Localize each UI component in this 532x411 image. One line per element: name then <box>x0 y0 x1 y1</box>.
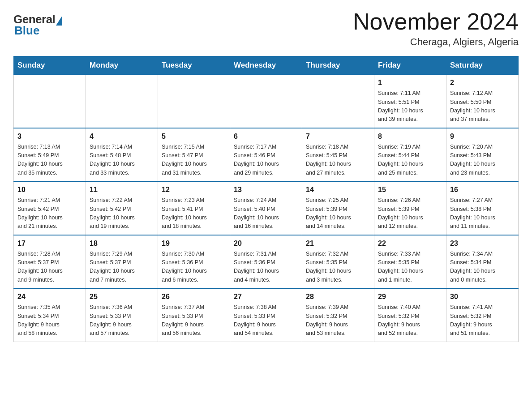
day-number: 4 <box>90 131 154 142</box>
header-sunday: Sunday <box>14 56 86 75</box>
table-row: 29Sunrise: 7:40 AM Sunset: 5:32 PM Dayli… <box>374 288 446 342</box>
day-info: Sunrise: 7:31 AM Sunset: 5:36 PM Dayligh… <box>234 250 298 285</box>
day-number: 22 <box>378 238 442 249</box>
table-row: 6Sunrise: 7:17 AM Sunset: 5:46 PM Daylig… <box>230 128 302 182</box>
day-info: Sunrise: 7:15 AM Sunset: 5:47 PM Dayligh… <box>162 143 226 178</box>
day-number: 29 <box>378 291 442 302</box>
day-info: Sunrise: 7:37 AM Sunset: 5:33 PM Dayligh… <box>162 303 226 338</box>
day-info: Sunrise: 7:21 AM Sunset: 5:42 PM Dayligh… <box>17 196 82 231</box>
day-number: 24 <box>17 291 82 302</box>
calendar-table: Sunday Monday Tuesday Wednesday Thursday… <box>13 56 519 342</box>
day-number: 2 <box>450 77 515 88</box>
calendar-subtitle: Cheraga, Algiers, Algeria <box>353 36 519 48</box>
day-info: Sunrise: 7:38 AM Sunset: 5:33 PM Dayligh… <box>234 303 298 338</box>
day-info: Sunrise: 7:25 AM Sunset: 5:39 PM Dayligh… <box>306 196 370 231</box>
table-row: 19Sunrise: 7:30 AM Sunset: 5:36 PM Dayli… <box>158 235 230 289</box>
calendar-title: November 2024 <box>353 9 519 34</box>
day-info: Sunrise: 7:24 AM Sunset: 5:40 PM Dayligh… <box>234 196 298 231</box>
table-row: 1Sunrise: 7:11 AM Sunset: 5:51 PM Daylig… <box>374 75 446 128</box>
table-row: 12Sunrise: 7:23 AM Sunset: 5:41 PM Dayli… <box>158 181 230 235</box>
day-number: 16 <box>450 184 515 195</box>
day-info: Sunrise: 7:11 AM Sunset: 5:51 PM Dayligh… <box>378 89 442 124</box>
day-number: 23 <box>450 238 515 249</box>
day-info: Sunrise: 7:20 AM Sunset: 5:43 PM Dayligh… <box>450 143 515 178</box>
day-info: Sunrise: 7:28 AM Sunset: 5:37 PM Dayligh… <box>17 250 82 285</box>
calendar-week-row: 24Sunrise: 7:35 AM Sunset: 5:34 PM Dayli… <box>14 288 519 342</box>
day-info: Sunrise: 7:12 AM Sunset: 5:50 PM Dayligh… <box>450 89 515 124</box>
page-header: General Blue November 2024 Cheraga, Algi… <box>13 9 519 48</box>
day-number: 27 <box>234 291 298 302</box>
day-info: Sunrise: 7:30 AM Sunset: 5:36 PM Dayligh… <box>162 250 226 285</box>
day-info: Sunrise: 7:19 AM Sunset: 5:44 PM Dayligh… <box>378 143 442 178</box>
table-row <box>158 75 230 128</box>
day-info: Sunrise: 7:17 AM Sunset: 5:46 PM Dayligh… <box>234 143 298 178</box>
day-info: Sunrise: 7:34 AM Sunset: 5:34 PM Dayligh… <box>450 250 515 285</box>
day-number: 17 <box>17 238 82 249</box>
table-row: 5Sunrise: 7:15 AM Sunset: 5:47 PM Daylig… <box>158 128 230 182</box>
day-info: Sunrise: 7:26 AM Sunset: 5:39 PM Dayligh… <box>378 196 442 231</box>
day-info: Sunrise: 7:13 AM Sunset: 5:49 PM Dayligh… <box>17 143 82 178</box>
day-number: 13 <box>234 184 298 195</box>
table-row: 25Sunrise: 7:36 AM Sunset: 5:33 PM Dayli… <box>86 288 158 342</box>
table-row: 15Sunrise: 7:26 AM Sunset: 5:39 PM Dayli… <box>374 181 446 235</box>
day-info: Sunrise: 7:23 AM Sunset: 5:41 PM Dayligh… <box>162 196 226 231</box>
day-info: Sunrise: 7:36 AM Sunset: 5:33 PM Dayligh… <box>90 303 154 338</box>
logo: General Blue <box>13 9 62 38</box>
table-row: 16Sunrise: 7:27 AM Sunset: 5:38 PM Dayli… <box>446 181 519 235</box>
day-number: 28 <box>306 291 370 302</box>
table-row: 20Sunrise: 7:31 AM Sunset: 5:36 PM Dayli… <box>230 235 302 289</box>
calendar-week-row: 3Sunrise: 7:13 AM Sunset: 5:49 PM Daylig… <box>14 128 519 182</box>
day-info: Sunrise: 7:40 AM Sunset: 5:32 PM Dayligh… <box>378 303 442 338</box>
day-number: 12 <box>162 184 226 195</box>
day-info: Sunrise: 7:32 AM Sunset: 5:35 PM Dayligh… <box>306 250 370 285</box>
table-row: 13Sunrise: 7:24 AM Sunset: 5:40 PM Dayli… <box>230 181 302 235</box>
table-row: 17Sunrise: 7:28 AM Sunset: 5:37 PM Dayli… <box>14 235 86 289</box>
table-row: 14Sunrise: 7:25 AM Sunset: 5:39 PM Dayli… <box>302 181 374 235</box>
day-info: Sunrise: 7:33 AM Sunset: 5:35 PM Dayligh… <box>378 250 442 285</box>
table-row: 22Sunrise: 7:33 AM Sunset: 5:35 PM Dayli… <box>374 235 446 289</box>
day-number: 18 <box>90 238 154 249</box>
table-row: 24Sunrise: 7:35 AM Sunset: 5:34 PM Dayli… <box>14 288 86 342</box>
header-monday: Monday <box>86 56 158 75</box>
day-number: 21 <box>306 238 370 249</box>
header-friday: Friday <box>374 56 446 75</box>
day-number: 26 <box>162 291 226 302</box>
day-number: 11 <box>90 184 154 195</box>
header-thursday: Thursday <box>302 56 374 75</box>
table-row: 2Sunrise: 7:12 AM Sunset: 5:50 PM Daylig… <box>446 75 519 128</box>
table-row <box>302 75 374 128</box>
table-row <box>14 75 86 128</box>
table-row: 27Sunrise: 7:38 AM Sunset: 5:33 PM Dayli… <box>230 288 302 342</box>
day-info: Sunrise: 7:14 AM Sunset: 5:48 PM Dayligh… <box>90 143 154 178</box>
day-info: Sunrise: 7:27 AM Sunset: 5:38 PM Dayligh… <box>450 196 515 231</box>
day-number: 19 <box>162 238 226 249</box>
day-info: Sunrise: 7:29 AM Sunset: 5:37 PM Dayligh… <box>90 250 154 285</box>
table-row: 30Sunrise: 7:41 AM Sunset: 5:32 PM Dayli… <box>446 288 519 342</box>
day-number: 30 <box>450 291 515 302</box>
calendar-week-row: 10Sunrise: 7:21 AM Sunset: 5:42 PM Dayli… <box>14 181 519 235</box>
table-row: 26Sunrise: 7:37 AM Sunset: 5:33 PM Dayli… <box>158 288 230 342</box>
day-number: 3 <box>17 131 82 142</box>
calendar-header-row: Sunday Monday Tuesday Wednesday Thursday… <box>14 56 519 75</box>
day-number: 14 <box>306 184 370 195</box>
day-number: 20 <box>234 238 298 249</box>
calendar-week-row: 17Sunrise: 7:28 AM Sunset: 5:37 PM Dayli… <box>14 235 519 289</box>
day-info: Sunrise: 7:22 AM Sunset: 5:42 PM Dayligh… <box>90 196 154 231</box>
table-row: 3Sunrise: 7:13 AM Sunset: 5:49 PM Daylig… <box>14 128 86 182</box>
title-section: November 2024 Cheraga, Algiers, Algeria <box>353 9 519 48</box>
day-number: 8 <box>378 131 442 142</box>
day-number: 1 <box>378 77 442 88</box>
day-info: Sunrise: 7:35 AM Sunset: 5:34 PM Dayligh… <box>17 303 82 338</box>
day-number: 6 <box>234 131 298 142</box>
table-row: 9Sunrise: 7:20 AM Sunset: 5:43 PM Daylig… <box>446 128 519 182</box>
header-saturday: Saturday <box>446 56 519 75</box>
table-row: 8Sunrise: 7:19 AM Sunset: 5:44 PM Daylig… <box>374 128 446 182</box>
table-row <box>86 75 158 128</box>
table-row: 23Sunrise: 7:34 AM Sunset: 5:34 PM Dayli… <box>446 235 519 289</box>
day-number: 15 <box>378 184 442 195</box>
table-row <box>230 75 302 128</box>
logo-blue-text: Blue <box>14 24 39 38</box>
logo-triangle-icon <box>56 16 62 26</box>
table-row: 21Sunrise: 7:32 AM Sunset: 5:35 PM Dayli… <box>302 235 374 289</box>
calendar-week-row: 1Sunrise: 7:11 AM Sunset: 5:51 PM Daylig… <box>14 75 519 128</box>
